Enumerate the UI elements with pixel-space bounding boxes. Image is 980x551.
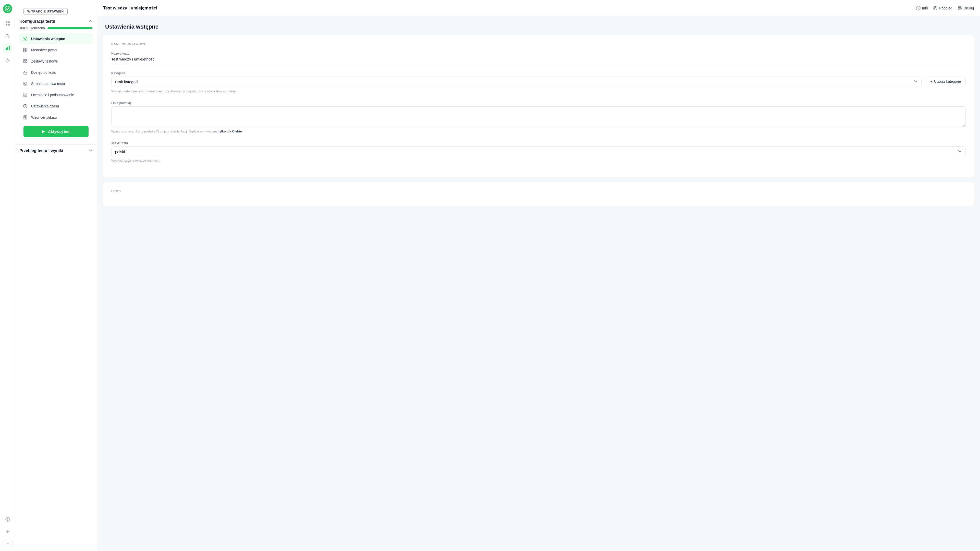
svg-point-6 (8, 34, 10, 35)
svg-rect-21 (24, 61, 25, 62)
nav-item-ocenianie[interactable]: Ocenianie i podsumowanie (19, 89, 93, 100)
info-icon (916, 6, 921, 10)
nav-item-certyfikat[interactable]: Wzór certyfikatu (19, 112, 93, 123)
language-select[interactable]: polski (111, 147, 966, 157)
section-label-logo: LOGO (111, 190, 966, 193)
language-value: polski (115, 150, 125, 154)
svg-rect-7 (6, 48, 6, 50)
config-section: Konfiguracja testu 100% ukończono (15, 15, 97, 145)
language-chevron-icon (958, 149, 962, 154)
opis-hint-after: . (242, 130, 242, 133)
label-nazwa-testu: Nazwa testu (111, 51, 966, 56)
svg-rect-16 (25, 48, 27, 50)
nav-icon-menedzer (22, 47, 28, 53)
svg-rect-1 (6, 21, 7, 23)
page-heading: Ustawienia wstępne (97, 16, 980, 35)
opis-hint: Wpisz opis testu, który posłuży Ci do je… (111, 129, 966, 134)
category-value: Brak kategorii (115, 80, 138, 84)
info-button[interactable]: Info (916, 6, 928, 10)
sidebar-bottom: ? (3, 514, 13, 547)
create-category-label: Utwórz kategorię (934, 80, 961, 83)
create-category-button[interactable]: + Utwórz kategorię (926, 76, 966, 86)
preview-icon (933, 6, 938, 10)
nav-label-menedzer: Menedżer pytań (31, 48, 57, 52)
icon-sidebar: ? (0, 0, 15, 551)
nav-label-dostep: Dostęp do testu (31, 70, 56, 75)
sidebar-icon-dashboard[interactable] (3, 18, 13, 29)
svg-rect-26 (24, 82, 27, 85)
nav-icon-ocenianie (22, 92, 28, 98)
nav-icon-ustawienia (22, 36, 28, 41)
svg-point-40 (918, 7, 918, 7)
section-label-dane: DANE PODSTAWOWE (111, 42, 966, 45)
progress-label: 100% ukończono (19, 26, 45, 30)
svg-rect-24 (25, 62, 27, 63)
preview-button[interactable]: Podgląd (933, 6, 952, 10)
nav-icon-czas (22, 104, 28, 109)
config-collapse-icon[interactable] (89, 19, 93, 24)
svg-rect-23 (24, 62, 25, 63)
status-badge: W TRAKCIE USTAWIEŃ (24, 8, 68, 15)
svg-rect-9 (9, 46, 10, 50)
nav-label-czas: Ustawienia czasu (31, 104, 59, 108)
dane-podstawowe-card: DANE PODSTAWOWE Nazwa testu Test wiedzy … (103, 35, 974, 177)
nav-icon-strona (22, 81, 28, 86)
nav-icon-dostep (22, 70, 28, 75)
sidebar-icon-settings[interactable] (3, 55, 13, 65)
logo-card: LOGO (103, 183, 974, 206)
svg-point-36 (25, 118, 26, 119)
progress-row: 100% ukończono (19, 26, 93, 30)
print-button[interactable]: Drukuj (958, 6, 974, 10)
info-label: Info (922, 6, 928, 10)
nav-item-zestawy-testowe[interactable]: Zestawy testowe (19, 56, 93, 67)
print-label: Drukuj (964, 6, 974, 10)
activate-test-button[interactable]: Aktywuj test (24, 126, 89, 137)
nav-label-ocenianie: Ocenianie i podsumowanie (31, 93, 74, 97)
field-nazwa-testu: Nazwa testu Test wiedzy i umiejętności (111, 51, 966, 64)
content-area: Ustawienia wstępne DANE PODSTAWOWE Nazwa… (97, 16, 980, 551)
sidebar-icon-users[interactable] (3, 30, 13, 41)
sidebar-icon-help[interactable]: ? (3, 514, 13, 524)
category-select[interactable]: Brak kategorii (111, 76, 921, 87)
preview-label: Podgląd (939, 6, 952, 10)
nav-item-dostep[interactable]: Dostęp do testu (19, 67, 93, 78)
nav-label-ustawienia: Ustawienia wstępne (31, 37, 65, 41)
left-panel: W TRAKCIE USTAWIEŃ Konfiguracja testu 10… (15, 0, 97, 551)
progress-bar-fill (48, 27, 93, 29)
svg-point-0 (5, 6, 10, 11)
nav-item-czas[interactable]: Ustawienia czasu (19, 101, 93, 111)
print-icon (958, 6, 962, 10)
category-hint: Wybierz kategorię testu. Dzięki czemu za… (111, 89, 966, 94)
nav-label-certyfikat: Wzór certyfikatu (31, 115, 57, 119)
sidebar-expand-button[interactable] (3, 540, 13, 547)
field-opis: Opis (notatki) Wpisz opis testu, który p… (111, 101, 966, 134)
app-logo[interactable] (3, 4, 12, 13)
field-kategoria: Kategoria Brak kategorii (111, 71, 966, 94)
svg-point-10 (7, 59, 8, 61)
results-section: Przebieg testu i wyniki (15, 145, 97, 155)
nav-item-ustawienia-wstepne[interactable]: Ustawienia wstępne (19, 33, 93, 44)
language-hint: Wybierz język rozwiązywania testu. (111, 158, 966, 163)
svg-rect-4 (8, 24, 10, 25)
nav-item-strona-startowa[interactable]: Strona startowa testu (19, 78, 93, 89)
config-header: Konfiguracja testu (19, 19, 93, 24)
category-chevron-icon (914, 80, 918, 84)
nav-icon-certyfikat (22, 115, 28, 120)
results-chevron-icon[interactable] (89, 148, 93, 153)
nav-label-zestawy: Zestawy testowe (31, 59, 58, 63)
field-jezyk: Język testu polski Wybierz język rozwiąz… (111, 141, 966, 163)
svg-rect-2 (8, 21, 10, 23)
svg-rect-22 (25, 61, 27, 62)
page-title: Test wiedzy i umiejętności (103, 6, 157, 11)
activate-btn-label: Aktywuj test (48, 129, 70, 134)
label-jezyk: Język testu (111, 141, 966, 145)
svg-point-5 (6, 34, 8, 35)
opis-textarea[interactable] (111, 107, 966, 127)
sidebar-icon-analytics[interactable] (3, 43, 13, 53)
svg-point-14 (24, 38, 26, 40)
nav-item-menedzer-pytan[interactable]: Menedżer pytań (19, 45, 93, 56)
sidebar-icon-back[interactable] (3, 527, 13, 537)
nav-icon-zestawy (22, 59, 28, 64)
nav-items-list: Ustawienia wstępne Menedżer pytań (19, 33, 93, 123)
config-title: Konfiguracja testu (19, 19, 55, 24)
